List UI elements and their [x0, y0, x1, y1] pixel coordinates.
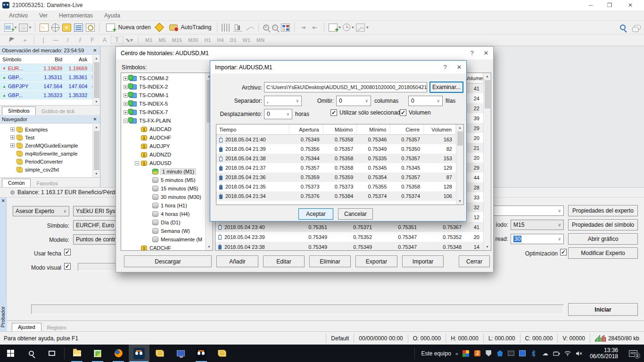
tester-extra-select[interactable]: ∨ — [493, 206, 564, 216]
column-header[interactable]: Bid — [37, 57, 62, 62]
timeframe-button[interactable]: M5 — [158, 37, 165, 43]
accept-button[interactable]: Aceptar — [298, 208, 333, 220]
text-tool-icon[interactable]: A — [99, 37, 111, 43]
action-center-icon[interactable]: 1 — [629, 350, 637, 357]
help-icon[interactable]: ? — [438, 64, 452, 71]
market-watch-scrollbar[interactable]: ▲▼ — [92, 55, 100, 105]
navigator-item[interactable]: + Test — [0, 133, 100, 141]
expand-toggle[interactable] — [146, 187, 150, 191]
history-tree-item[interactable]: + TS-COMM-2 — [121, 74, 205, 82]
separator-select[interactable]: ,∨ — [264, 96, 302, 106]
security-shield-icon[interactable] — [485, 350, 492, 357]
column-header[interactable]: Cierre — [390, 124, 424, 135]
help-icon[interactable]: ? — [465, 49, 479, 57]
taskbar-remote-app[interactable] — [170, 345, 191, 362]
import-data-row[interactable]: 2018.05.04 21:39 0.75356 0.75357 0.75349… — [216, 144, 456, 154]
use-selected-checkbox[interactable]: ✓Utilizar sólo seleccionados — [330, 109, 406, 116]
tab-favoritos[interactable]: Favoritos — [31, 180, 63, 187]
chat-icon[interactable] — [634, 25, 641, 30]
taskbar-clock[interactable]: 13:36 06/05/2018 — [590, 347, 618, 360]
expand-toggle[interactable]: + — [124, 85, 128, 89]
start-button[interactable] — [0, 345, 21, 362]
file-path-input[interactable]: C:\Users\YsEkU\Desktop\AUDUSD_M1_2008010… — [264, 82, 427, 92]
task-view-button[interactable] — [41, 345, 62, 362]
horizontal-line-tool-icon[interactable]: — — [50, 37, 62, 43]
history-tree-item[interactable]: 1 minuto (M1) — [121, 167, 205, 176]
expert-type-select[interactable]: Asesor Experto∨ — [13, 206, 69, 216]
profiles-dropdown-icon[interactable]: ▼ — [28, 25, 32, 30]
optimization-checkbox[interactable]: ✓ — [560, 249, 567, 255]
history-tree-item[interactable]: AUDCAD — [121, 125, 205, 133]
navigator-item[interactable]: + Examples — [0, 125, 100, 133]
bluetooth-icon[interactable] — [530, 350, 537, 357]
data-window-icon[interactable] — [51, 24, 59, 32]
browse-button[interactable]: Examinar... — [429, 82, 463, 93]
zoom-out-icon[interactable]: − — [272, 25, 278, 31]
import-data-row[interactable]: 2018.05.04 21:37 0.75357 0.75358 0.75345… — [216, 163, 456, 173]
column-header[interactable]: Máximo — [323, 124, 357, 135]
taskbar-firefox[interactable] — [108, 345, 129, 362]
market-watch-row[interactable]: GBPJPY 147.564 147.604 40 — [0, 82, 100, 90]
navigator-item[interactable]: simple_csv2fxt — [0, 165, 100, 173]
history-tree-item[interactable]: 30 minutos (M30) — [121, 193, 205, 201]
navigator-scrollbar[interactable]: ▲▼ — [92, 124, 100, 177]
close-icon[interactable]: ✕ — [91, 48, 98, 53]
tray-expand-icon[interactable]: » — [455, 351, 458, 356]
column-header[interactable]: Símbolo — [0, 57, 37, 62]
expand-toggle[interactable] — [146, 238, 150, 242]
expand-toggle[interactable]: − — [124, 119, 128, 123]
taskbar-metatrader-live[interactable] — [129, 345, 149, 362]
terminal-icon[interactable] — [74, 24, 83, 32]
defender-tray-icon[interactable] — [496, 350, 504, 357]
remote-tray-icon[interactable] — [519, 350, 526, 357]
close-button[interactable]: ✕ — [622, 0, 638, 10]
expand-toggle[interactable]: + — [124, 93, 128, 98]
expand-toggle[interactable]: + — [10, 127, 15, 132]
history-tree-item[interactable]: + TS-COMM-1 — [121, 91, 205, 99]
expand-toggle[interactable] — [146, 204, 150, 208]
column-header[interactable]: Apertura — [289, 124, 323, 135]
timeframe-button[interactable]: MN — [256, 37, 264, 43]
history-tree-item[interactable]: Día (D1) — [121, 218, 205, 227]
close-icon[interactable]: ✕ — [452, 64, 466, 71]
history-tree-item[interactable]: − AUDUSD — [121, 159, 205, 167]
profiles-icon[interactable] — [19, 24, 28, 32]
auto-scroll-icon[interactable]: ⇥ — [299, 24, 308, 32]
menu-item[interactable]: Ayuda — [99, 12, 125, 19]
menu-item[interactable]: Herramientas — [54, 12, 98, 19]
this-pc-label[interactable]: Este equipo — [421, 350, 451, 357]
timeframe-button[interactable]: W1 — [243, 37, 251, 43]
taskbar-metatrader-dark[interactable] — [191, 345, 212, 362]
history-row[interactable]: 2018.05.04 23:40 0.75351 0.75371 0.75351… — [215, 222, 483, 232]
expand-toggle[interactable] — [10, 159, 15, 164]
open-chart-button[interactable]: Abrir gráfico — [568, 233, 638, 245]
column-header[interactable]: Tiempo — [216, 124, 289, 135]
crosshair-tool-icon[interactable]: ＋ — [19, 36, 31, 44]
navigator-item[interactable]: mq4to5rewrite_sample — [0, 149, 100, 157]
timeframe-button[interactable]: M30 — [188, 37, 198, 43]
trendline-tool-icon[interactable]: / — [62, 37, 74, 43]
history-tree-item[interactable]: 4 horas (H4) — [121, 210, 205, 218]
column-header[interactable]: Ask — [62, 57, 87, 62]
import-table-scrollbar[interactable]: ▲▼ — [456, 124, 463, 205]
start-button[interactable]: Iniciar — [568, 303, 638, 316]
volume-muted-icon[interactable] — [576, 350, 583, 357]
close-dialog-button[interactable]: Cerrar — [459, 255, 490, 267]
expand-toggle[interactable]: + — [10, 143, 15, 148]
fibonacci-tool-icon[interactable]: F — [86, 37, 99, 43]
history-tree-item[interactable]: + TS-INDEX-2 — [121, 82, 205, 91]
expand-toggle[interactable]: + — [124, 76, 128, 81]
taskbar-file-explorer[interactable] — [66, 345, 87, 362]
shift-select[interactable]: 0∨ — [264, 109, 292, 119]
templates-icon[interactable] — [356, 24, 365, 32]
market-watch-icon[interactable] — [40, 24, 49, 32]
expand-toggle[interactable] — [146, 178, 150, 182]
expand-toggle[interactable] — [146, 195, 150, 199]
metaeditor-icon[interactable] — [155, 23, 164, 32]
tab-comun[interactable]: Común — [2, 179, 31, 187]
export-button[interactable]: Exportar — [355, 255, 397, 267]
history-tree-item[interactable]: AUDNZD — [121, 150, 205, 159]
periods-dropdown-icon[interactable]: ▼ — [351, 25, 355, 30]
autotrading-button[interactable]: AutoTrading — [165, 22, 214, 33]
expand-toggle[interactable] — [135, 127, 139, 132]
